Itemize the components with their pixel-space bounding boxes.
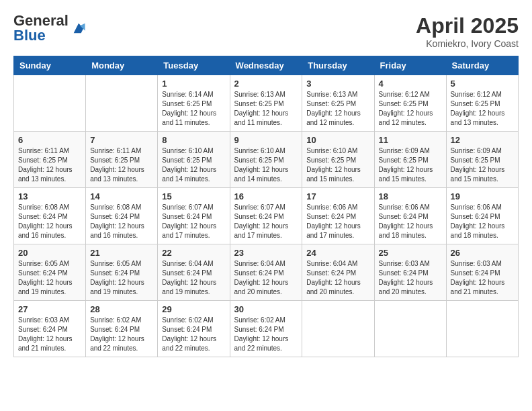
- day-number: 24: [306, 248, 369, 258]
- day-number: 27: [18, 304, 81, 314]
- day-info: Sunrise: 6:03 AM Sunset: 6:24 PM Dayligh…: [451, 259, 514, 297]
- calendar-week-row: 27Sunrise: 6:03 AM Sunset: 6:24 PM Dayli…: [14, 301, 519, 357]
- day-info: Sunrise: 6:12 AM Sunset: 6:25 PM Dayligh…: [451, 90, 514, 128]
- page-title: April 2025: [416, 13, 519, 38]
- day-info: Sunrise: 6:03 AM Sunset: 6:24 PM Dayligh…: [379, 259, 442, 297]
- calendar-day-cell: 26Sunrise: 6:03 AM Sunset: 6:24 PM Dayli…: [446, 244, 518, 301]
- page-header: General Blue April 2025 Komiekro, Ivory …: [13, 13, 519, 49]
- calendar-day-cell: 27Sunrise: 6:03 AM Sunset: 6:24 PM Dayli…: [14, 301, 86, 357]
- calendar-header-row: SundayMondayTuesdayWednesdayThursdayFrid…: [14, 56, 519, 75]
- calendar-day-cell: 3Sunrise: 6:13 AM Sunset: 6:25 PM Daylig…: [302, 75, 374, 132]
- calendar-day-header: Monday: [86, 56, 158, 75]
- day-number: 18: [379, 191, 442, 201]
- day-number: 25: [379, 248, 442, 258]
- day-info: Sunrise: 6:06 AM Sunset: 6:24 PM Dayligh…: [306, 203, 369, 240]
- calendar-day-cell: 6Sunrise: 6:11 AM Sunset: 6:25 PM Daylig…: [14, 132, 86, 188]
- day-number: 11: [379, 135, 442, 145]
- calendar-day-cell: 20Sunrise: 6:05 AM Sunset: 6:24 PM Dayli…: [14, 244, 86, 301]
- calendar-week-row: 13Sunrise: 6:08 AM Sunset: 6:24 PM Dayli…: [14, 188, 519, 244]
- calendar-day-cell: 15Sunrise: 6:07 AM Sunset: 6:24 PM Dayli…: [158, 188, 230, 244]
- day-info: Sunrise: 6:07 AM Sunset: 6:24 PM Dayligh…: [234, 203, 298, 240]
- day-number: 10: [306, 135, 369, 145]
- day-info: Sunrise: 6:08 AM Sunset: 6:24 PM Dayligh…: [90, 203, 153, 240]
- calendar-day-cell: [302, 301, 374, 357]
- day-info: Sunrise: 6:06 AM Sunset: 6:24 PM Dayligh…: [451, 203, 514, 240]
- calendar-day-cell: 29Sunrise: 6:02 AM Sunset: 6:24 PM Dayli…: [158, 301, 230, 357]
- calendar-day-cell: 22Sunrise: 6:04 AM Sunset: 6:24 PM Dayli…: [158, 244, 230, 301]
- calendar-day-cell: 17Sunrise: 6:06 AM Sunset: 6:24 PM Dayli…: [302, 188, 374, 244]
- calendar-day-cell: [86, 75, 158, 132]
- day-info: Sunrise: 6:06 AM Sunset: 6:24 PM Dayligh…: [379, 203, 442, 240]
- day-number: 2: [234, 79, 298, 89]
- calendar-day-cell: 1Sunrise: 6:14 AM Sunset: 6:25 PM Daylig…: [158, 75, 230, 132]
- day-number: 23: [234, 248, 298, 258]
- calendar-day-cell: [14, 75, 86, 132]
- day-number: 6: [18, 135, 81, 145]
- calendar-day-cell: 23Sunrise: 6:04 AM Sunset: 6:24 PM Dayli…: [230, 244, 302, 301]
- calendar-day-cell: 28Sunrise: 6:02 AM Sunset: 6:24 PM Dayli…: [86, 301, 158, 357]
- calendar-day-cell: 11Sunrise: 6:09 AM Sunset: 6:25 PM Dayli…: [374, 132, 446, 188]
- day-info: Sunrise: 6:11 AM Sunset: 6:25 PM Dayligh…: [90, 146, 153, 184]
- day-info: Sunrise: 6:02 AM Sunset: 6:24 PM Dayligh…: [90, 316, 153, 353]
- calendar-table: SundayMondayTuesdayWednesdayThursdayFrid…: [13, 56, 519, 357]
- day-info: Sunrise: 6:08 AM Sunset: 6:24 PM Dayligh…: [18, 203, 81, 240]
- calendar-day-cell: [374, 301, 446, 357]
- day-number: 22: [162, 248, 225, 258]
- day-info: Sunrise: 6:12 AM Sunset: 6:25 PM Dayligh…: [379, 90, 442, 128]
- title-block: April 2025 Komiekro, Ivory Coast: [416, 13, 519, 49]
- day-number: 21: [90, 248, 153, 258]
- day-number: 16: [234, 191, 298, 201]
- calendar-day-cell: 4Sunrise: 6:12 AM Sunset: 6:25 PM Daylig…: [374, 75, 446, 132]
- calendar-day-cell: 10Sunrise: 6:10 AM Sunset: 6:25 PM Dayli…: [302, 132, 374, 188]
- calendar-day-cell: 16Sunrise: 6:07 AM Sunset: 6:24 PM Dayli…: [230, 188, 302, 244]
- day-number: 30: [234, 304, 298, 314]
- day-info: Sunrise: 6:05 AM Sunset: 6:24 PM Dayligh…: [18, 259, 81, 297]
- calendar-day-cell: 12Sunrise: 6:09 AM Sunset: 6:25 PM Dayli…: [446, 132, 518, 188]
- calendar-week-row: 6Sunrise: 6:11 AM Sunset: 6:25 PM Daylig…: [14, 132, 519, 188]
- calendar-day-header: Wednesday: [230, 56, 302, 75]
- day-number: 4: [379, 79, 442, 89]
- day-info: Sunrise: 6:04 AM Sunset: 6:24 PM Dayligh…: [306, 259, 369, 297]
- page-subtitle: Komiekro, Ivory Coast: [416, 38, 519, 49]
- calendar-day-header: Friday: [374, 56, 446, 75]
- day-info: Sunrise: 6:10 AM Sunset: 6:25 PM Dayligh…: [306, 146, 369, 184]
- day-number: 1: [162, 79, 225, 89]
- calendar-day-cell: 9Sunrise: 6:10 AM Sunset: 6:25 PM Daylig…: [230, 132, 302, 188]
- calendar-day-cell: 30Sunrise: 6:02 AM Sunset: 6:24 PM Dayli…: [230, 301, 302, 357]
- day-number: 20: [18, 248, 81, 258]
- day-number: 9: [234, 135, 298, 145]
- calendar-day-cell: 14Sunrise: 6:08 AM Sunset: 6:24 PM Dayli…: [86, 188, 158, 244]
- day-info: Sunrise: 6:03 AM Sunset: 6:24 PM Dayligh…: [18, 316, 81, 353]
- day-number: 26: [451, 248, 514, 258]
- day-info: Sunrise: 6:05 AM Sunset: 6:24 PM Dayligh…: [90, 259, 153, 297]
- day-info: Sunrise: 6:10 AM Sunset: 6:25 PM Dayligh…: [234, 146, 298, 184]
- day-number: 19: [451, 191, 514, 201]
- day-number: 28: [90, 304, 153, 314]
- logo-icon: [71, 21, 86, 36]
- calendar-day-cell: 5Sunrise: 6:12 AM Sunset: 6:25 PM Daylig…: [446, 75, 518, 132]
- day-info: Sunrise: 6:02 AM Sunset: 6:24 PM Dayligh…: [234, 316, 298, 353]
- day-info: Sunrise: 6:13 AM Sunset: 6:25 PM Dayligh…: [234, 90, 298, 128]
- day-info: Sunrise: 6:14 AM Sunset: 6:25 PM Dayligh…: [162, 90, 225, 128]
- calendar-day-cell: 8Sunrise: 6:10 AM Sunset: 6:25 PM Daylig…: [158, 132, 230, 188]
- day-number: 14: [90, 191, 153, 201]
- calendar-day-cell: 7Sunrise: 6:11 AM Sunset: 6:25 PM Daylig…: [86, 132, 158, 188]
- calendar-week-row: 1Sunrise: 6:14 AM Sunset: 6:25 PM Daylig…: [14, 75, 519, 132]
- day-info: Sunrise: 6:11 AM Sunset: 6:25 PM Dayligh…: [18, 146, 81, 184]
- logo: General Blue: [13, 13, 86, 43]
- day-number: 13: [18, 191, 81, 201]
- day-info: Sunrise: 6:04 AM Sunset: 6:24 PM Dayligh…: [162, 259, 225, 297]
- day-number: 8: [162, 135, 225, 145]
- day-number: 17: [306, 191, 369, 201]
- calendar-day-header: Tuesday: [158, 56, 230, 75]
- calendar-day-header: Thursday: [302, 56, 374, 75]
- calendar-day-cell: 24Sunrise: 6:04 AM Sunset: 6:24 PM Dayli…: [302, 244, 374, 301]
- calendar-day-cell: 13Sunrise: 6:08 AM Sunset: 6:24 PM Dayli…: [14, 188, 86, 244]
- calendar-day-cell: 21Sunrise: 6:05 AM Sunset: 6:24 PM Dayli…: [86, 244, 158, 301]
- calendar-day-cell: 18Sunrise: 6:06 AM Sunset: 6:24 PM Dayli…: [374, 188, 446, 244]
- day-number: 3: [306, 79, 369, 89]
- day-number: 29: [162, 304, 225, 314]
- logo-blue: Blue: [13, 27, 46, 44]
- calendar-day-cell: 19Sunrise: 6:06 AM Sunset: 6:24 PM Dayli…: [446, 188, 518, 244]
- day-info: Sunrise: 6:10 AM Sunset: 6:25 PM Dayligh…: [162, 146, 225, 184]
